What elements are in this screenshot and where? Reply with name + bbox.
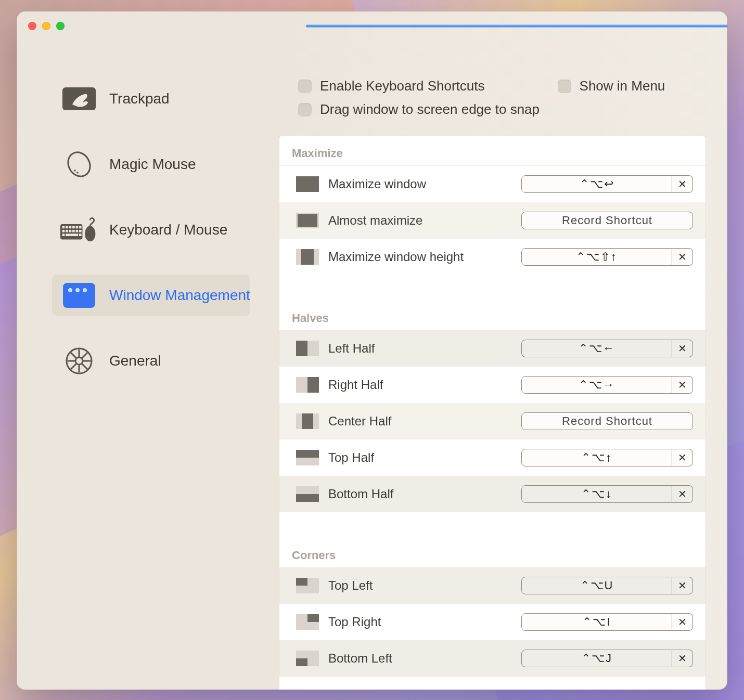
- shortcut-row: Bottom Half ⌃⌥↓ ✕: [279, 476, 705, 512]
- toggle-drag-snap[interactable]: Drag window to screen edge to snap: [298, 101, 705, 118]
- shortcut-field[interactable]: ⌃⌥⇧↑: [521, 248, 672, 266]
- options-row: Enable Keyboard Shortcuts Show in Menu D…: [279, 78, 705, 136]
- svg-rect-13: [69, 230, 72, 232]
- toggle-show-in-menu[interactable]: Show in Menu: [558, 78, 665, 94]
- shortcut-field[interactable]: ⌃⌥U: [521, 577, 672, 594]
- magic-mouse-icon: [60, 151, 98, 178]
- layout-preview-icon: [296, 614, 319, 630]
- svg-rect-8: [72, 226, 75, 229]
- sidebar-item-label: General: [109, 353, 161, 369]
- svg-rect-15: [76, 230, 79, 232]
- svg-point-3: [76, 172, 79, 174]
- shortcut-row: Left Half ⌃⌥← ✕: [279, 330, 705, 367]
- clear-shortcut-button[interactable]: ✕: [672, 613, 693, 631]
- shortcut-row: Bottom Left ⌃⌥J ✕: [279, 640, 705, 677]
- layout-preview-icon: [296, 578, 319, 593]
- svg-rect-14: [72, 230, 75, 232]
- layout-preview-icon: [296, 651, 319, 666]
- shortcut-label: Almost maximize: [328, 213, 512, 228]
- layout-preview-icon: [296, 450, 319, 465]
- clear-shortcut-button[interactable]: ✕: [672, 248, 693, 266]
- svg-point-30: [75, 357, 83, 365]
- svg-rect-5: [62, 226, 65, 229]
- layout-preview-icon: [296, 249, 319, 265]
- sidebar-item-label: Magic Mouse: [109, 156, 196, 173]
- clear-shortcut-button[interactable]: ✕: [672, 340, 693, 357]
- clear-shortcut-button[interactable]: ✕: [672, 650, 693, 667]
- shortcut-field[interactable]: ⌃⌥↓: [521, 485, 672, 503]
- shortcut-field[interactable]: ⌃⌥←: [521, 340, 672, 357]
- svg-point-1: [64, 151, 95, 178]
- toggle-enable-shortcuts[interactable]: Enable Keyboard Shortcuts: [298, 78, 485, 94]
- main-content: Enable Keyboard Shortcuts Show in Menu D…: [279, 41, 727, 690]
- trackpad-icon: [60, 85, 98, 112]
- svg-rect-16: [79, 230, 82, 232]
- section-header-corners: Corners: [279, 538, 705, 567]
- svg-rect-19: [79, 234, 82, 236]
- sidebar-item-keyboard-mouse[interactable]: Keyboard / Mouse: [52, 209, 250, 251]
- svg-point-22: [68, 288, 72, 292]
- shortcut-label: Maximize window height: [328, 250, 512, 264]
- sidebar-item-label: Window Management: [109, 287, 250, 304]
- clear-shortcut-button[interactable]: ✕: [672, 175, 693, 193]
- shortcut-label: Maximize window: [328, 177, 512, 191]
- svg-point-23: [75, 288, 80, 292]
- window-minimize-button[interactable]: [42, 22, 50, 30]
- shortcut-row: Right Half ⌃⌥→ ✕: [279, 367, 705, 403]
- shortcut-field[interactable]: ⌃⌥J: [521, 650, 672, 667]
- shortcut-label: Bottom Left: [328, 651, 512, 666]
- checkbox-icon: [298, 103, 312, 116]
- shortcut-row: Maximize window height ⌃⌥⇧↑ ✕: [279, 239, 705, 275]
- clear-shortcut-button[interactable]: ✕: [672, 376, 693, 394]
- window-zoom-button[interactable]: [56, 22, 65, 30]
- svg-point-24: [83, 288, 87, 292]
- window-titlebar: [17, 11, 727, 41]
- toggle-label: Enable Keyboard Shortcuts: [320, 78, 485, 94]
- window-traffic-lights: [28, 22, 65, 30]
- shortcuts-panel[interactable]: Maximize Maximize window ⌃⌥↩ ✕ Almost ma…: [279, 136, 705, 690]
- sidebar-item-label: Trackpad: [109, 90, 170, 107]
- svg-rect-7: [69, 226, 72, 229]
- shortcut-row: Center Half Record Shortcut: [279, 403, 705, 439]
- sidebar-item-label: Keyboard / Mouse: [109, 222, 227, 238]
- window-close-button[interactable]: [28, 22, 36, 30]
- svg-point-20: [85, 226, 95, 242]
- section-header-halves: Halves: [279, 301, 705, 330]
- checkbox-icon: [558, 80, 571, 93]
- shortcut-row: Top Left ⌃⌥U ✕: [279, 567, 705, 604]
- window-management-icon: [60, 282, 98, 309]
- preferences-window: Trackpad Magic Mouse: [17, 11, 727, 690]
- shortcut-label: Top Half: [328, 450, 512, 465]
- sidebar-item-general[interactable]: General: [52, 340, 250, 382]
- toggle-label: Show in Menu: [580, 78, 665, 94]
- svg-point-2: [74, 170, 76, 172]
- sidebar-item-trackpad[interactable]: Trackpad: [52, 78, 250, 120]
- svg-rect-10: [79, 226, 82, 229]
- svg-rect-21: [63, 283, 95, 308]
- layout-preview-icon: [296, 486, 319, 502]
- shortcut-row: Maximize window ⌃⌥↩ ✕: [279, 166, 705, 202]
- shortcut-row: Top Right ⌃⌥I ✕: [279, 604, 705, 640]
- layout-preview-icon: [296, 176, 319, 192]
- sidebar-item-window-management[interactable]: Window Management: [52, 275, 250, 316]
- svg-rect-11: [62, 230, 65, 232]
- shortcut-field[interactable]: ⌃⌥↑: [521, 449, 672, 466]
- shortcut-field[interactable]: ⌃⌥I: [521, 613, 672, 631]
- sidebar-item-magic-mouse[interactable]: Magic Mouse: [52, 144, 250, 185]
- shortcut-label: Right Half: [328, 378, 512, 392]
- layout-preview-icon: [296, 413, 319, 429]
- layout-preview-icon: [296, 377, 319, 393]
- shortcut-label: Top Right: [328, 615, 512, 629]
- svg-rect-18: [66, 234, 78, 236]
- clear-shortcut-button[interactable]: ✕: [672, 449, 693, 466]
- clear-shortcut-button[interactable]: ✕: [672, 577, 693, 594]
- shortcut-label: Left Half: [328, 341, 512, 356]
- shortcut-field[interactable]: ⌃⌥→: [521, 376, 672, 394]
- shortcut-label: Top Left: [328, 578, 512, 593]
- sidebar: Trackpad Magic Mouse: [17, 41, 279, 690]
- svg-rect-17: [62, 234, 65, 236]
- shortcut-field[interactable]: Record Shortcut: [521, 412, 693, 430]
- shortcut-field[interactable]: Record Shortcut: [521, 212, 693, 229]
- shortcut-field[interactable]: ⌃⌥↩: [521, 175, 672, 193]
- clear-shortcut-button[interactable]: ✕: [672, 485, 693, 503]
